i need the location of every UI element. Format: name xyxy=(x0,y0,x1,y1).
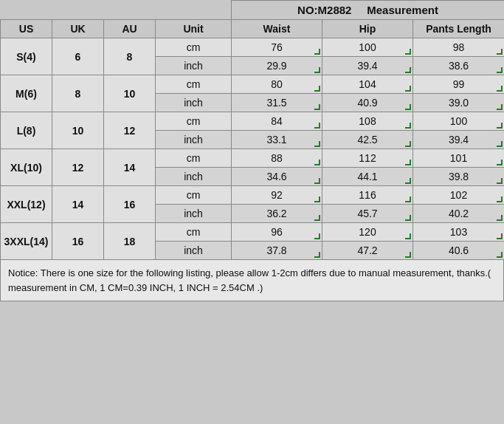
size-us: L(8) xyxy=(1,112,52,149)
pants-inch: 39.4 xyxy=(413,131,505,149)
hip-inch: 39.4 xyxy=(322,57,413,75)
pants-cm: 103 xyxy=(413,223,505,242)
waist-cm: 84 xyxy=(232,112,322,131)
empty-cell-1 xyxy=(1,1,52,20)
unit-inch: inch xyxy=(156,131,232,149)
size-uk: 6 xyxy=(52,38,104,75)
size-uk: 8 xyxy=(52,75,104,112)
table-row: S(4) 6 8 cm 76 100 98 xyxy=(1,38,505,57)
unit-inch: inch xyxy=(156,205,232,223)
hip-cm: 116 xyxy=(322,186,413,205)
measurement-label: Measurement xyxy=(367,4,438,16)
size-au: 16 xyxy=(104,186,156,223)
waist-header: Waist xyxy=(232,20,322,38)
waist-inch: 31.5 xyxy=(232,94,322,112)
size-us: XL(10) xyxy=(1,149,52,186)
pants-cm: 100 xyxy=(413,112,505,131)
size-uk: 14 xyxy=(52,186,104,223)
pants-inch: 40.6 xyxy=(413,242,505,260)
size-chart: NO:M2882 Measurement US UK AU Unit Waist… xyxy=(0,0,504,301)
waist-inch: 29.9 xyxy=(232,57,322,75)
size-us: M(6) xyxy=(1,75,52,112)
hip-header: Hip xyxy=(322,20,413,38)
hip-cm: 100 xyxy=(322,38,413,57)
pants-inch: 39.8 xyxy=(413,168,505,186)
table-row: XXL(12) 14 16 cm 92 116 102 xyxy=(1,186,505,205)
table-row: XL(10) 12 14 cm 88 112 101 xyxy=(1,149,505,168)
unit-inch: inch xyxy=(156,242,232,260)
us-header: US xyxy=(1,20,52,38)
hip-inch: 42.5 xyxy=(322,131,413,149)
size-uk: 12 xyxy=(52,149,104,186)
size-au: 18 xyxy=(104,223,156,260)
size-us: S(4) xyxy=(1,38,52,75)
pants-inch: 40.2 xyxy=(413,205,505,223)
size-au: 14 xyxy=(104,149,156,186)
size-au: 8 xyxy=(104,38,156,75)
unit-cm: cm xyxy=(156,149,232,168)
table-row: L(8) 10 12 cm 84 108 100 xyxy=(1,112,505,131)
hip-inch: 44.1 xyxy=(322,168,413,186)
uk-header: UK xyxy=(52,20,104,38)
waist-cm: 88 xyxy=(232,149,322,168)
empty-cell-3 xyxy=(104,1,156,20)
table-row: M(6) 8 10 cm 80 104 99 xyxy=(1,75,505,94)
pants-cm: 99 xyxy=(413,75,505,94)
pants-cm: 101 xyxy=(413,149,505,168)
pants-cm: 102 xyxy=(413,186,505,205)
au-header: AU xyxy=(104,20,156,38)
waist-inch: 33.1 xyxy=(232,131,322,149)
table-row: 3XXL(14) 16 18 cm 96 120 103 xyxy=(1,223,505,242)
hip-cm: 112 xyxy=(322,149,413,168)
no-label: NO:M2882 xyxy=(297,4,351,16)
size-us: 3XXL(14) xyxy=(1,223,52,260)
size-uk: 16 xyxy=(52,223,104,260)
unit-inch: inch xyxy=(156,57,232,75)
header-sub-row: US UK AU Unit Waist Hip Pants Length xyxy=(1,20,505,38)
unit-cm: cm xyxy=(156,38,232,57)
pants-inch: 39.0 xyxy=(413,94,505,112)
empty-cell-4 xyxy=(156,1,232,20)
waist-cm: 76 xyxy=(232,38,322,57)
waist-inch: 34.6 xyxy=(232,168,322,186)
size-us: XXL(12) xyxy=(1,186,52,223)
hip-cm: 108 xyxy=(322,112,413,131)
measurement-header: NO:M2882 Measurement xyxy=(232,1,505,20)
hip-inch: 45.7 xyxy=(322,205,413,223)
waist-cm: 92 xyxy=(232,186,322,205)
unit-inch: inch xyxy=(156,168,232,186)
unit-cm: cm xyxy=(156,223,232,242)
pants-cm: 98 xyxy=(413,38,505,57)
header-top-row: NO:M2882 Measurement xyxy=(1,1,505,20)
hip-inch: 47.2 xyxy=(322,242,413,260)
waist-cm: 96 xyxy=(232,223,322,242)
hip-inch: 40.9 xyxy=(322,94,413,112)
hip-cm: 104 xyxy=(322,75,413,94)
pants-inch: 38.6 xyxy=(413,57,505,75)
empty-cell-2 xyxy=(52,1,104,20)
waist-cm: 80 xyxy=(232,75,322,94)
pants-length-header: Pants Length xyxy=(413,20,505,38)
unit-header: Unit xyxy=(156,20,232,38)
hip-cm: 120 xyxy=(322,223,413,242)
waist-inch: 36.2 xyxy=(232,205,322,223)
size-uk: 10 xyxy=(52,112,104,149)
notice-text: Notice: There is one size for the follow… xyxy=(0,260,504,301)
unit-cm: cm xyxy=(156,75,232,94)
unit-cm: cm xyxy=(156,186,232,205)
unit-inch: inch xyxy=(156,94,232,112)
unit-cm: cm xyxy=(156,112,232,131)
waist-inch: 37.8 xyxy=(232,242,322,260)
size-au: 10 xyxy=(104,75,156,112)
size-au: 12 xyxy=(104,112,156,149)
